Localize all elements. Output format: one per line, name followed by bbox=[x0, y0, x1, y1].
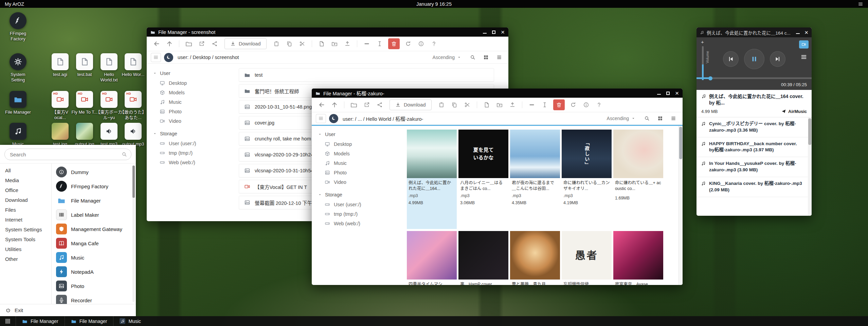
music-file-item[interactable]: 蕾と薔薇＿青九月... bbox=[510, 231, 560, 285]
open-button[interactable] bbox=[348, 99, 360, 110]
minimize-button[interactable] bbox=[796, 31, 800, 34]
sidebar-item-web-drive[interactable]: Web (web:/) bbox=[147, 158, 230, 167]
paste-button[interactable] bbox=[271, 38, 282, 49]
menu-button[interactable] bbox=[151, 53, 161, 62]
desktop-video-fly-me[interactable]: HD Fly Me To T... bbox=[71, 91, 98, 115]
app-item-label-maker[interactable]: Label Maker bbox=[52, 208, 136, 222]
music-file-item[interactable]: 命に嫌われている＿+ acoustic co... 1.69MB bbox=[613, 130, 663, 229]
sidebar-item-photo[interactable]: Photo bbox=[312, 168, 404, 177]
open-in-new-button[interactable] bbox=[196, 38, 207, 49]
category-download[interactable]: Download bbox=[0, 195, 51, 205]
music-file-item[interactable]: 君が夜の海に還るまで＿こんにちは谷田... .mp3 4.35MB bbox=[510, 130, 560, 229]
help-button[interactable] bbox=[593, 99, 605, 110]
close-button[interactable]: × bbox=[675, 91, 679, 95]
app-item-music[interactable]: Music bbox=[52, 250, 136, 265]
music-file-item[interactable]: 夏を見て いるかな 八月のレイニー＿はるまきごはん co... .mp3 3.0… bbox=[458, 130, 508, 229]
taskbar-item-file-manager-1[interactable]: File Manager bbox=[16, 316, 65, 326]
breadcrumb[interactable]: user: / ... / Hello World / 柘榴-zakuro- bbox=[343, 115, 423, 122]
category-all[interactable]: All bbox=[0, 166, 51, 175]
seek-bar[interactable] bbox=[697, 77, 812, 79]
volume-slider[interactable] bbox=[702, 46, 704, 80]
app-item-recorder[interactable]: Recorder bbox=[52, 293, 136, 304]
paste-button[interactable] bbox=[436, 99, 447, 110]
scrollbar[interactable] bbox=[808, 117, 812, 216]
upload-button[interactable] bbox=[342, 38, 353, 49]
volume-up-label[interactable]: + bbox=[701, 39, 704, 45]
scrollbar[interactable] bbox=[678, 125, 683, 285]
scrollbar-thumb[interactable] bbox=[679, 127, 682, 159]
back-button[interactable] bbox=[151, 38, 162, 49]
theme-toggle-button[interactable] bbox=[164, 53, 173, 62]
app-item-management-gateway[interactable]: Management Gateway bbox=[52, 222, 136, 236]
scrollbar-thumb[interactable] bbox=[132, 166, 135, 198]
sidebar-item-desktop[interactable]: Desktop bbox=[312, 139, 404, 149]
copy-button[interactable] bbox=[284, 38, 295, 49]
playlist-menu-button[interactable] bbox=[800, 54, 807, 60]
share-button[interactable] bbox=[374, 99, 385, 110]
theme-toggle-button[interactable] bbox=[329, 114, 338, 123]
sort-dropdown[interactable]: Ascending bbox=[433, 55, 461, 60]
category-office[interactable]: Office bbox=[0, 185, 51, 195]
desktop-icon-system-setting[interactable]: System Setting bbox=[5, 53, 31, 82]
close-button[interactable]: × bbox=[501, 30, 505, 34]
taskbar-item-file-manager-2[interactable]: File Manager bbox=[65, 316, 113, 326]
desktop-image-test-jpg[interactable]: test.jpg bbox=[47, 123, 73, 147]
new-file-button[interactable] bbox=[316, 38, 327, 49]
download-button[interactable]: Download bbox=[224, 38, 267, 49]
delete-button[interactable] bbox=[388, 38, 400, 49]
menu-button[interactable] bbox=[316, 114, 326, 123]
music-file-item[interactable]: 四畳半タイムマシ... bbox=[407, 231, 457, 285]
open-in-new-button[interactable] bbox=[361, 99, 373, 110]
sidebar-item-user-drive[interactable]: User (user:/) bbox=[147, 139, 230, 148]
download-button[interactable]: Download bbox=[390, 99, 432, 110]
scrollbar[interactable] bbox=[132, 166, 135, 302]
copy-button[interactable] bbox=[449, 99, 460, 110]
refresh-button[interactable] bbox=[402, 38, 414, 49]
category-files[interactable]: Files bbox=[0, 205, 51, 215]
music-file-item-selected[interactable]: 例えば、今此処に置かれた花に＿164... .mp3 4.99MB bbox=[407, 130, 457, 229]
taskbar-item-music[interactable]: Music bbox=[113, 316, 147, 326]
select-all-button[interactable] bbox=[526, 99, 538, 110]
sidebar-item-desktop[interactable]: Desktop bbox=[147, 78, 230, 88]
desktop-audio-output-mp3[interactable]: output.mp3 bbox=[120, 123, 146, 147]
cut-button[interactable] bbox=[462, 99, 473, 110]
category-system-tools[interactable]: System Tools bbox=[0, 234, 51, 244]
refresh-button[interactable] bbox=[567, 99, 579, 110]
desktop-video-touhou-vocal[interactable]: HD 【東方V ocal... bbox=[47, 91, 73, 120]
properties-button[interactable] bbox=[415, 38, 427, 49]
new-folder-button[interactable] bbox=[494, 99, 505, 110]
seek-handle[interactable] bbox=[708, 76, 712, 80]
previous-button[interactable] bbox=[723, 51, 739, 67]
app-item-photo[interactable]: Photo bbox=[52, 279, 136, 293]
exit-button[interactable]: Exit bbox=[0, 304, 136, 316]
upload-button[interactable] bbox=[507, 99, 518, 110]
app-item-dummy[interactable]: Dummy bbox=[52, 165, 136, 179]
music-file-item[interactable]: 愚者 忘却慢性促使... bbox=[562, 231, 612, 285]
app-launcher-button[interactable] bbox=[0, 316, 16, 326]
minimize-button[interactable] bbox=[657, 92, 661, 95]
playlist-item[interactable]: In Your Hands＿yusukeP cover. by 柘榴-zakur… bbox=[697, 157, 812, 177]
desktop-file-test-bat[interactable]: test.bat bbox=[71, 53, 98, 77]
playlist-item[interactable]: Cynic＿ポリスピカデリー cover. by 柘榴-zakuro-.mp3 … bbox=[697, 117, 812, 137]
close-button[interactable]: × bbox=[804, 31, 808, 35]
properties-button[interactable] bbox=[580, 99, 592, 110]
pause-button[interactable] bbox=[744, 49, 764, 69]
maximize-button[interactable] bbox=[492, 31, 495, 34]
sidebar-section-user[interactable]: User bbox=[147, 68, 230, 78]
app-item-file-manager[interactable]: File Manager bbox=[52, 193, 136, 208]
back-button[interactable] bbox=[316, 99, 327, 110]
new-folder-button[interactable] bbox=[329, 38, 340, 49]
desktop-file-hello-world-2[interactable]: Hello Wor... bbox=[120, 53, 146, 77]
desktop-file-test-agi[interactable]: test.agi bbox=[47, 53, 73, 77]
desktop-icon-ffmpeg-factory[interactable]: FFmpeg Factory bbox=[5, 12, 31, 41]
sidebar-section-storage[interactable]: Storage bbox=[312, 190, 404, 200]
playlist-item[interactable]: HAPPY BIRTHDAY＿back number cover. by柘榴-z… bbox=[697, 137, 812, 157]
airmusic-source[interactable]: AirMusic bbox=[781, 109, 807, 114]
grid-view-button[interactable] bbox=[481, 53, 491, 62]
maximize-button[interactable] bbox=[666, 92, 670, 95]
desktop-video-uta[interactable]: HD 【敢のうた】あなた... bbox=[120, 91, 146, 120]
sidebar-item-music[interactable]: Music bbox=[147, 97, 230, 107]
window-titlebar[interactable]: File Manager - 柘榴-zakuro- × bbox=[312, 89, 683, 98]
app-item-notepada[interactable]: NotepadA bbox=[52, 265, 136, 279]
sidebar-section-storage[interactable]: Storage bbox=[147, 129, 230, 139]
